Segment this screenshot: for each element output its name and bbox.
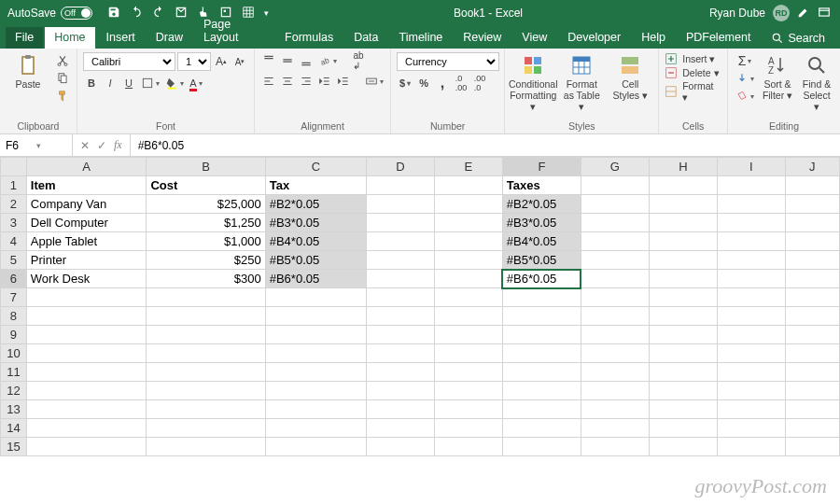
- cell[interactable]: [785, 363, 839, 382]
- cell[interactable]: [26, 288, 147, 307]
- cell[interactable]: [649, 419, 717, 438]
- cell[interactable]: [649, 382, 717, 400]
- cell[interactable]: [366, 344, 434, 363]
- align-middle-icon[interactable]: [279, 52, 296, 69]
- cell-I5[interactable]: [717, 251, 785, 270]
- cell[interactable]: [265, 288, 366, 307]
- cell-I1[interactable]: [717, 176, 785, 195]
- cell-B6[interactable]: $300: [147, 270, 265, 288]
- cell[interactable]: [265, 438, 366, 456]
- cell-E3[interactable]: [434, 214, 502, 232]
- cell[interactable]: [581, 438, 649, 456]
- insert-cells-button[interactable]: Insert ▾: [665, 52, 721, 65]
- cell[interactable]: [26, 400, 147, 419]
- cell-B1[interactable]: Cost: [147, 176, 265, 195]
- cell-G6[interactable]: [581, 270, 649, 288]
- cell[interactable]: [434, 419, 502, 438]
- cell-D4[interactable]: [366, 232, 434, 251]
- merge-center-icon[interactable]: [363, 73, 385, 90]
- cell[interactable]: [265, 419, 366, 438]
- cell-H2[interactable]: [649, 195, 717, 214]
- cell[interactable]: [502, 382, 581, 400]
- cell[interactable]: [502, 288, 581, 307]
- cell[interactable]: [581, 307, 649, 326]
- cell[interactable]: [366, 288, 434, 307]
- align-left-icon[interactable]: [260, 73, 277, 90]
- cell[interactable]: [785, 382, 839, 400]
- cell[interactable]: [581, 400, 649, 419]
- cell[interactable]: [502, 400, 581, 419]
- col-header-D[interactable]: D: [366, 158, 434, 176]
- formula-input[interactable]: #B6*0.05: [131, 139, 840, 152]
- cell[interactable]: [147, 344, 265, 363]
- search-box[interactable]: Search: [762, 28, 834, 49]
- cell-A6[interactable]: Work Desk: [26, 270, 147, 288]
- cell[interactable]: [265, 307, 366, 326]
- cell[interactable]: [366, 382, 434, 400]
- cell-I4[interactable]: [717, 232, 785, 251]
- tab-home[interactable]: Home: [45, 27, 94, 49]
- cell[interactable]: [581, 344, 649, 363]
- cell[interactable]: [649, 288, 717, 307]
- email-icon[interactable]: [175, 6, 188, 21]
- border-button[interactable]: [139, 75, 161, 91]
- font-name-select[interactable]: Calibri: [83, 52, 175, 71]
- cell[interactable]: [26, 307, 147, 326]
- comma-icon[interactable]: ,: [434, 75, 451, 91]
- tab-view[interactable]: View: [512, 27, 556, 49]
- clear-icon[interactable]: [734, 88, 756, 105]
- cell[interactable]: [717, 307, 785, 326]
- increase-indent-icon[interactable]: [335, 73, 352, 90]
- cell[interactable]: [649, 438, 717, 456]
- tab-file[interactable]: File: [6, 27, 43, 49]
- cell[interactable]: [649, 307, 717, 326]
- cell[interactable]: [502, 344, 581, 363]
- row-header-11[interactable]: 11: [1, 363, 27, 382]
- row-header-4[interactable]: 4: [1, 232, 27, 251]
- cell-A5[interactable]: Printer: [26, 251, 147, 270]
- cell[interactable]: [366, 326, 434, 344]
- align-center-icon[interactable]: [279, 73, 296, 90]
- cell-H5[interactable]: [649, 251, 717, 270]
- cell[interactable]: [502, 307, 581, 326]
- col-header-G[interactable]: G: [581, 158, 649, 176]
- align-top-icon[interactable]: [260, 52, 277, 69]
- tab-help[interactable]: Help: [632, 27, 675, 49]
- cell-J1[interactable]: [785, 176, 839, 195]
- avatar[interactable]: RD: [773, 5, 790, 21]
- cell-D5[interactable]: [366, 251, 434, 270]
- autosum-icon[interactable]: Σ: [736, 52, 754, 69]
- cell-A4[interactable]: Apple Tablet: [26, 232, 147, 251]
- cell-B4[interactable]: $1,000: [147, 232, 265, 251]
- cell-C2[interactable]: #B2*0.05: [265, 195, 366, 214]
- increase-decimal-icon[interactable]: .0.00: [453, 75, 469, 91]
- cell-J2[interactable]: [785, 195, 839, 214]
- cell[interactable]: [147, 438, 265, 456]
- tab-formulas[interactable]: Formulas: [275, 27, 343, 49]
- cell-F4[interactable]: #B4*0.05: [502, 232, 581, 251]
- cell-F6[interactable]: #B6*0.05: [502, 270, 581, 288]
- row-header-1[interactable]: 1: [1, 176, 27, 195]
- cell-G4[interactable]: [581, 232, 649, 251]
- font-color-button[interactable]: A: [188, 75, 204, 91]
- cell-F5[interactable]: #B5*0.05: [502, 251, 581, 270]
- row-header-9[interactable]: 9: [1, 326, 27, 344]
- decrease-indent-icon[interactable]: [316, 73, 333, 90]
- col-header-E[interactable]: E: [434, 158, 502, 176]
- cell[interactable]: [502, 438, 581, 456]
- format-painter-button[interactable]: [54, 88, 71, 105]
- decrease-decimal-icon[interactable]: .00.0: [471, 75, 488, 91]
- conditional-formatting-button[interactable]: Conditional Formatting ▾: [511, 52, 555, 114]
- fx-icon[interactable]: fx: [114, 138, 122, 152]
- percent-icon[interactable]: %: [415, 75, 432, 91]
- cell-F1[interactable]: Taxes: [502, 176, 581, 195]
- cell-A2[interactable]: Company Van: [26, 195, 147, 214]
- cell[interactable]: [366, 307, 434, 326]
- fill-color-button[interactable]: [163, 75, 186, 91]
- cell-I6[interactable]: [717, 270, 785, 288]
- cell[interactable]: [785, 419, 839, 438]
- name-box[interactable]: F6 ▾: [0, 134, 73, 156]
- cell[interactable]: [502, 419, 581, 438]
- cell-F2[interactable]: #B2*0.05: [502, 195, 581, 214]
- cell-D3[interactable]: [366, 214, 434, 232]
